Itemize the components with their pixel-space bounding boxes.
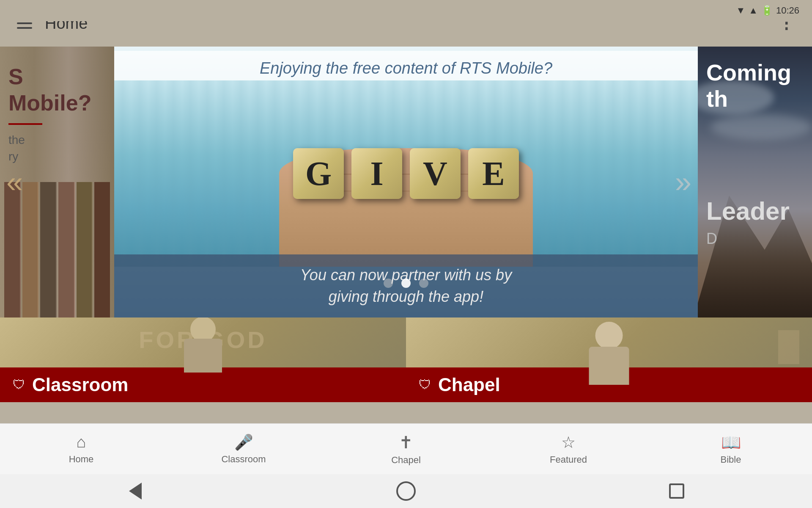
- carousel-arrow-right[interactable]: »: [675, 165, 691, 199]
- left-card-divider: [8, 123, 42, 125]
- carousel-card-left[interactable]: S Mobile? the ry »: [0, 47, 114, 318]
- hamburger-line-2: [17, 22, 32, 24]
- chapel-card[interactable]: 🛡 Chapel: [406, 318, 812, 402]
- battery-icon: 🔋: [761, 5, 773, 16]
- carousel-card-center[interactable]: Enjoying the free content of RTS Mobile?…: [114, 47, 698, 318]
- chapel-title: Chapel: [438, 374, 500, 395]
- home-icon: ⌂: [77, 433, 86, 451]
- nav-item-featured[interactable]: ☆ Featured: [487, 429, 650, 469]
- right-card-subtitle2: D: [706, 230, 804, 248]
- signal-icon: ▲: [749, 5, 758, 16]
- left-card-subtitle-2: ry: [8, 148, 110, 165]
- carousel-card-right[interactable]: Coming th Leader D: [698, 47, 812, 318]
- back-icon: [129, 483, 142, 500]
- carousel-dot-1[interactable]: [401, 279, 411, 288]
- home-button[interactable]: [393, 478, 419, 504]
- chapel-shield-icon: 🛡: [419, 378, 431, 392]
- recents-icon: [669, 483, 684, 499]
- carousel-dot-0[interactable]: [384, 279, 393, 288]
- nav-label-home: Home: [69, 454, 94, 465]
- system-navigation-bar: [0, 474, 812, 508]
- right-card-title: Coming th: [706, 59, 804, 112]
- center-card-background: Enjoying the free content of RTS Mobile?…: [114, 47, 698, 318]
- carousel-dots: [381, 279, 431, 288]
- bible-icon: 📖: [721, 433, 741, 452]
- classroom-title: Classroom: [32, 374, 128, 395]
- main-content: S Mobile? the ry » Enjoying the free con…: [0, 47, 812, 436]
- give-block-g: G: [293, 148, 344, 199]
- center-top-text: Enjoying the free content of RTS Mobile?: [131, 59, 681, 77]
- wifi-icon: ▼: [736, 5, 745, 16]
- right-card-overlay: Coming th Leader D: [698, 47, 812, 318]
- home-circle-icon: [396, 481, 416, 501]
- recents-button[interactable]: [664, 478, 689, 504]
- nav-item-chapel[interactable]: ✝ Chapel: [325, 428, 487, 470]
- featured-icon: ☆: [561, 433, 576, 452]
- hamburger-line-3: [17, 27, 32, 29]
- left-card-subtitle-1: the: [8, 132, 110, 148]
- nav-label-classroom: Classroom: [221, 454, 266, 465]
- give-block-e: E: [468, 148, 519, 199]
- give-block-v: V: [410, 148, 461, 199]
- nav-label-featured: Featured: [550, 454, 587, 465]
- right-card-subtitle: Leader: [706, 196, 804, 226]
- classroom-shield-icon: 🛡: [13, 378, 25, 392]
- classroom-card-bg: FOR GOD 🛡 Classroom: [0, 318, 406, 402]
- give-block-i: I: [351, 148, 402, 199]
- chapel-icon: ✝: [399, 433, 413, 452]
- status-bar: ▼ ▲ 🔋 10:26: [0, 0, 812, 21]
- classroom-label-bar: 🛡 Classroom: [0, 367, 406, 402]
- center-bottom-text-line2: giving through the app!: [131, 286, 681, 307]
- nav-label-bible: Bible: [721, 454, 741, 465]
- chapel-card-bg: 🛡 Chapel: [406, 318, 812, 402]
- carousel-arrow-left[interactable]: »: [6, 165, 23, 199]
- left-card-title-line1: S Mobile?: [8, 64, 110, 116]
- classroom-card[interactable]: FOR GOD 🛡 Classroom: [0, 318, 406, 402]
- status-icons: ▼ ▲ 🔋 10:26: [736, 5, 799, 16]
- bottom-navigation: ⌂ Home 🎤 Classroom ✝ Chapel ☆ Featured 📖…: [0, 423, 812, 474]
- clock: 10:26: [776, 5, 799, 16]
- carousel: S Mobile? the ry » Enjoying the free con…: [0, 47, 812, 318]
- bottom-cards-row: FOR GOD 🛡 Classroom: [0, 318, 812, 402]
- nav-label-chapel: Chapel: [391, 455, 421, 466]
- nav-item-home[interactable]: ⌂ Home: [0, 429, 162, 469]
- classroom-icon: 🎤: [234, 433, 253, 451]
- nav-item-bible[interactable]: 📖 Bible: [650, 429, 812, 469]
- nav-item-classroom[interactable]: 🎤 Classroom: [162, 429, 325, 469]
- back-button[interactable]: [123, 478, 148, 504]
- carousel-dot-2[interactable]: [419, 279, 428, 288]
